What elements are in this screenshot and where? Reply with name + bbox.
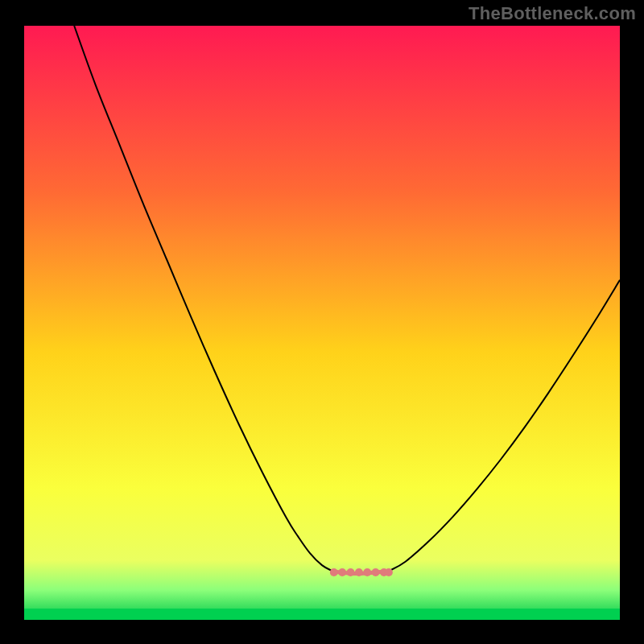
floor-marker-dot (355, 568, 363, 576)
watermark-text: TheBottleneck.com (469, 3, 636, 24)
floor-marker-dot (338, 568, 346, 576)
plot-area (24, 26, 620, 620)
chart-svg (0, 0, 644, 644)
floor-marker-dot (385, 568, 393, 576)
floor-marker-dot (372, 568, 380, 576)
floor-marker-dot (363, 568, 371, 576)
chart-container: TheBottleneck.com (0, 0, 644, 644)
floor-marker-dot (330, 568, 338, 576)
floor-marker-dot (347, 568, 355, 576)
baseline-strip (24, 609, 620, 620)
